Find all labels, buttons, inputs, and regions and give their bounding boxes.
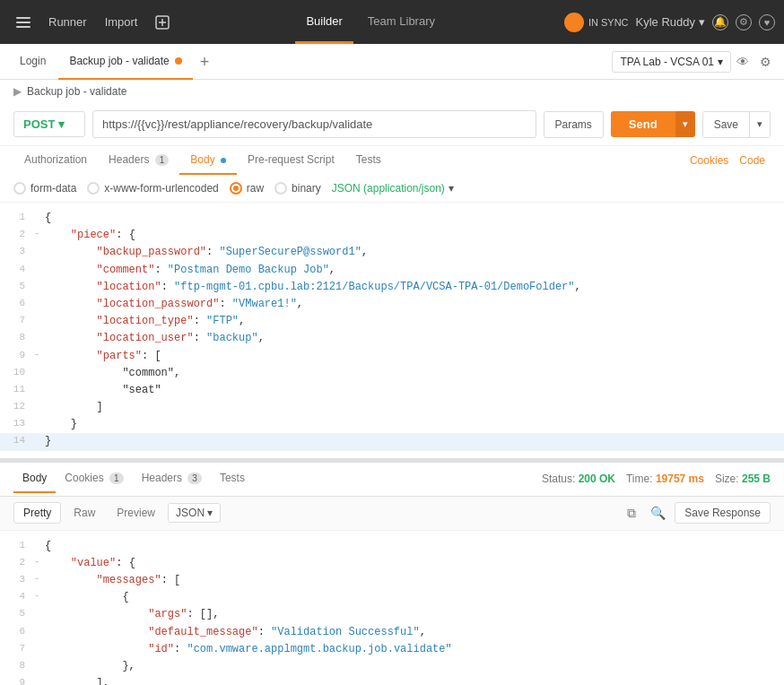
- code-line: 8 },: [0, 658, 784, 675]
- code-text: {: [45, 210, 777, 227]
- send-dropdown-button[interactable]: ▾: [675, 111, 695, 137]
- line-number: 1: [7, 210, 34, 226]
- line-collapse-dot[interactable]: -: [34, 589, 45, 603]
- binary-radio[interactable]: binary: [274, 182, 321, 195]
- code-text: ],: [45, 675, 777, 685]
- tab-tests[interactable]: Tests: [345, 146, 392, 175]
- runner-button[interactable]: Runner: [41, 12, 94, 32]
- environment-selector[interactable]: TPA Lab - VCSA 01 ▾: [612, 51, 731, 73]
- resp-tab-tests[interactable]: Tests: [211, 464, 254, 493]
- env-view-button[interactable]: 👁: [733, 51, 753, 73]
- code-link[interactable]: Code: [734, 147, 771, 174]
- send-group: Send ▾: [611, 111, 695, 137]
- heart-icon[interactable]: ♥: [759, 14, 775, 30]
- code-text: "backup_password": "SuperSecureP@ssword1…: [45, 244, 777, 261]
- code-line: 9 ],: [0, 675, 784, 685]
- save-dropdown-button[interactable]: ▾: [749, 111, 771, 138]
- sidebar-toggle-button[interactable]: [9, 12, 38, 33]
- code-text: {: [45, 589, 777, 606]
- code-text: "id": "com.vmware.applmgmt.backup.job.va…: [45, 641, 777, 658]
- code-text: "location": "ftp-mgmt-01.cpbu.lab:2121/B…: [45, 279, 777, 296]
- tab-pre-request[interactable]: Pre-request Script: [237, 146, 345, 175]
- code-line: 6 "default_message": "Validation Success…: [0, 624, 784, 641]
- add-tab-button[interactable]: +: [195, 54, 215, 70]
- tab-body[interactable]: Body: [179, 146, 237, 175]
- code-text: "value": {: [45, 555, 777, 572]
- code-line: 5 "args": [],: [0, 606, 784, 623]
- code-line: 7 "id": "com.vmware.applmgmt.backup.job.…: [0, 641, 784, 658]
- preview-view-button[interactable]: Preview: [108, 503, 164, 523]
- headers-badge: 1: [155, 154, 170, 166]
- code-line: 3 - "messages": [: [0, 572, 784, 589]
- sync-status: IN SYNC: [564, 13, 629, 32]
- cookies-link[interactable]: Cookies: [684, 147, 734, 174]
- line-number: 3: [7, 572, 34, 588]
- code-line: 4 "comment": "Postman Demo Backup Job",: [0, 262, 784, 279]
- tab-modified-dot: [175, 57, 182, 65]
- save-group: Save ▾: [702, 111, 771, 138]
- url-input[interactable]: [92, 110, 536, 138]
- import-button[interactable]: Import: [98, 12, 145, 32]
- builder-tab[interactable]: Builder: [295, 0, 353, 44]
- status-value: 200 OK: [579, 473, 615, 485]
- save-response-button[interactable]: Save Response: [675, 502, 771, 524]
- request-sub-tabs: Authorization Headers 1 Body Pre-request…: [0, 145, 784, 175]
- method-selector[interactable]: POST ▾: [13, 111, 85, 137]
- line-number: 4: [7, 589, 34, 605]
- team-library-tab[interactable]: Team Library: [357, 0, 446, 44]
- tab-login[interactable]: Login: [9, 44, 57, 80]
- tab-backup-validate[interactable]: Backup job - validate: [58, 44, 192, 80]
- line-collapse-dot[interactable]: -: [34, 227, 45, 241]
- code-text: "location_user": "backup",: [45, 330, 777, 347]
- request-section: ▶ Backup job - validate POST ▾ Params Se…: [0, 80, 784, 463]
- body-active-dot: [221, 158, 226, 163]
- line-number: 3: [7, 244, 34, 260]
- user-menu-button[interactable]: Kyle Ruddy ▾: [636, 15, 705, 29]
- line-number: 9: [7, 675, 34, 685]
- line-number: 12: [7, 399, 34, 415]
- line-number: 5: [7, 279, 34, 295]
- line-number: 5: [7, 606, 34, 622]
- copy-response-button[interactable]: ⧉: [622, 502, 641, 525]
- response-format-selector[interactable]: JSON ▾: [168, 503, 221, 523]
- resp-tab-headers[interactable]: Headers 3: [133, 464, 211, 493]
- resp-tab-cookies[interactable]: Cookies 1: [56, 464, 132, 493]
- json-format-selector[interactable]: JSON (application/json) ▾: [332, 182, 454, 195]
- code-line: 5 "location": "ftp-mgmt-01.cpbu.lab:2121…: [0, 279, 784, 296]
- response-tab-bar: Body Cookies 1 Headers 3 Tests Status: 2…: [0, 463, 784, 497]
- tab-headers[interactable]: Headers 1: [98, 146, 179, 175]
- urlencoded-radio[interactable]: x-www-form-urlencoded: [87, 182, 218, 195]
- form-data-radio[interactable]: form-data: [13, 182, 76, 195]
- sync-icon: [564, 13, 584, 32]
- code-text: "location_type": "FTP",: [45, 313, 777, 330]
- code-text: "parts": [: [45, 348, 777, 365]
- raw-radio[interactable]: raw: [230, 182, 264, 195]
- line-number: 10: [7, 365, 34, 381]
- request-body-editor[interactable]: 1 { 2 - "piece": { 3 "backup_password": …: [0, 203, 784, 462]
- params-button[interactable]: Params: [544, 111, 604, 138]
- env-settings-button[interactable]: ⚙: [756, 51, 775, 73]
- line-collapse-dot[interactable]: -: [34, 555, 45, 569]
- line-number: 14: [7, 433, 34, 449]
- new-tab-button[interactable]: [148, 12, 177, 33]
- send-button[interactable]: Send: [611, 111, 675, 137]
- settings-icon[interactable]: ⚙: [736, 14, 752, 30]
- code-line: 2 - "value": {: [0, 555, 784, 572]
- code-line: 4 - {: [0, 589, 784, 606]
- line-number: 2: [7, 227, 34, 243]
- notifications-icon[interactable]: 🔔: [712, 14, 728, 30]
- resp-tab-body[interactable]: Body: [13, 464, 56, 493]
- pretty-view-button[interactable]: Pretty: [13, 502, 61, 524]
- search-response-button[interactable]: 🔍: [645, 502, 671, 524]
- code-text: {: [45, 538, 777, 555]
- line-number: 2: [7, 555, 34, 571]
- code-line: 6 "location_password": "VMware1!",: [0, 296, 784, 313]
- save-button[interactable]: Save: [702, 111, 749, 138]
- line-collapse-dot[interactable]: -: [34, 572, 45, 586]
- line-collapse-dot[interactable]: -: [34, 348, 45, 362]
- raw-view-button[interactable]: Raw: [65, 503, 104, 523]
- code-line: 1 {: [0, 538, 784, 555]
- headers-count-badge: 3: [187, 473, 202, 484]
- tab-authorization[interactable]: Authorization: [13, 146, 98, 175]
- response-toolbar: Pretty Raw Preview JSON ▾ ⧉ 🔍 Save Respo…: [0, 497, 784, 531]
